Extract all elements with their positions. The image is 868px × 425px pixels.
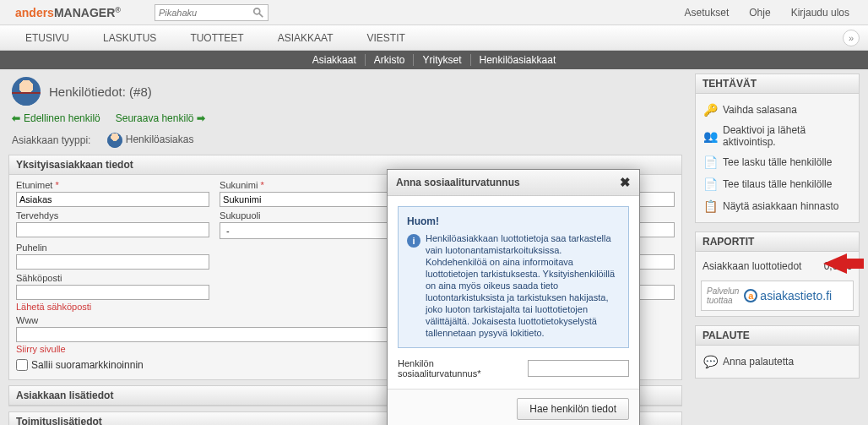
svg-point-0 xyxy=(254,8,260,14)
task-show-pricelist[interactable]: 📋Näytä asiakkaan hinnasto xyxy=(701,195,854,217)
settings-link[interactable]: Asetukset xyxy=(675,7,740,19)
search-input[interactable] xyxy=(159,8,252,18)
lastname-field: Sukunimi * xyxy=(220,180,413,207)
gender-select[interactable]: - xyxy=(220,222,413,239)
arrow-left-icon: ⬅ xyxy=(12,112,20,124)
gender-field: Sukupuoli - xyxy=(220,210,413,239)
modal-notice-title: Huom! xyxy=(407,215,620,227)
email-field: Sähköposti Lähetä sähköposti xyxy=(16,273,209,312)
tasks-panel: TEHTÄVÄT 🔑Vaihda salasana 👥Deaktivoi ja … xyxy=(695,74,860,223)
allow-marketing-checkbox[interactable] xyxy=(16,359,28,371)
provider-logo-icon: a xyxy=(744,289,757,302)
deactivate-icon: 👥 xyxy=(703,128,718,144)
subnav-person-customers[interactable]: Henkilöasiakkaat xyxy=(471,54,565,66)
reports-panel: RAPORTIT Asiakkaan luottotiedot 0,60 € P… xyxy=(695,232,860,317)
search-icon[interactable] xyxy=(252,7,264,19)
nav-home[interactable]: ETUSIVU xyxy=(8,25,86,50)
modal-close-icon[interactable]: ✖ xyxy=(620,175,631,190)
send-email-link[interactable]: Lähetä sähköposti xyxy=(16,302,209,312)
subnav-archive[interactable]: Arkisto xyxy=(366,54,415,66)
order-icon: 📄 xyxy=(703,177,718,192)
modal-notice-body: Henkilöasiakkaan luottotietoja saa tarka… xyxy=(426,232,620,339)
nav-overflow[interactable]: » xyxy=(843,30,860,46)
ssn-input[interactable] xyxy=(528,360,629,377)
www-field: Www Siirry sivulle xyxy=(16,315,413,354)
feedback-panel: PALAUTE 💬Anna palautetta xyxy=(695,325,860,379)
greeting-input[interactable] xyxy=(16,222,209,237)
logout-link[interactable]: Kirjaudu ulos xyxy=(781,7,860,19)
allow-marketing-label: Sallii suoramarkkinoinnin xyxy=(31,359,144,371)
key-icon: 🔑 xyxy=(703,102,718,117)
info-icon: i xyxy=(407,234,420,248)
firstname-field: Etunimet * xyxy=(16,180,209,207)
help-link[interactable]: Ohje xyxy=(739,7,780,19)
subnav-customers[interactable]: Asiakkaat xyxy=(304,54,366,66)
modal-notice: Huom! i Henkilöasiakkaan luottotietoja s… xyxy=(398,206,629,348)
task-create-invoice[interactable]: 📄Tee lasku tälle henkilölle xyxy=(701,151,854,173)
nav-customers[interactable]: ASIAKKAAT xyxy=(261,25,350,50)
reports-header: RAPORTIT xyxy=(696,232,859,252)
ssn-modal: Anna sosiaaliturvatunnus ✖ Huom! i Henki… xyxy=(387,169,640,425)
give-feedback-link[interactable]: 💬Anna palautetta xyxy=(701,351,854,373)
nav-messages[interactable]: VIESTIT xyxy=(350,25,422,50)
customer-type-label: Asiakkaan tyyppi: xyxy=(12,134,90,146)
main-nav: ETUSIVU LASKUTUS TUOTTEET ASIAKKAAT VIES… xyxy=(0,25,868,51)
task-change-password[interactable]: 🔑Vaihda salasana xyxy=(701,99,854,121)
provider-logo: a asiakastieto.fi xyxy=(744,289,832,302)
feedback-header: PALAUTE xyxy=(696,326,859,346)
pricelist-icon: 📋 xyxy=(703,199,718,214)
nav-products[interactable]: TUOTTEET xyxy=(173,25,260,50)
email-input[interactable] xyxy=(16,285,209,300)
invoice-icon: 📄 xyxy=(703,155,718,170)
task-deactivate[interactable]: 👥Deaktivoi ja lähetä aktivointisp. xyxy=(701,121,854,151)
brand-logo[interactable]: andersMANAGER® xyxy=(15,6,121,19)
svg-line-1 xyxy=(259,13,263,16)
subnav-companies[interactable]: Yritykset xyxy=(414,54,470,66)
arrow-right-icon: ➡ xyxy=(197,112,205,124)
task-create-order[interactable]: 📄Tee tilaus tälle henkilölle xyxy=(701,173,854,195)
provider-box: Palveluntuottaa a asiakastieto.fi xyxy=(701,281,854,311)
ssn-label: Henkilön sosiaaliturvatunnus* xyxy=(398,358,519,379)
phone-field: Puhelin xyxy=(16,242,209,270)
speech-icon: 💬 xyxy=(703,354,718,369)
modal-title: Anna sosiaaliturvatunnus xyxy=(396,177,520,188)
person-mini-icon xyxy=(107,133,122,148)
phone-input[interactable] xyxy=(16,254,209,270)
greeting-field: Tervehdys xyxy=(16,210,209,239)
nav-billing[interactable]: LASKUTUS xyxy=(86,25,173,50)
person-avatar-icon xyxy=(12,77,41,106)
www-input[interactable] xyxy=(16,327,413,342)
lastname-input[interactable] xyxy=(220,192,413,207)
global-search[interactable] xyxy=(155,4,269,21)
sub-nav: Asiakkaat Arkisto Yritykset Henkilöasiak… xyxy=(0,51,868,69)
firstname-input[interactable] xyxy=(16,192,209,207)
goto-site-link[interactable]: Siirry sivulle xyxy=(16,344,413,354)
prev-person-link[interactable]: ⬅Edellinen henkilö xyxy=(12,112,100,124)
annotation-arrow-icon xyxy=(823,253,847,274)
page-title: Henkilötiedot: (#8) xyxy=(49,84,152,99)
tasks-header: TEHTÄVÄT xyxy=(696,74,859,94)
fetch-person-button[interactable]: Hae henkilön tiedot xyxy=(517,398,629,420)
customer-type-value: Henkilöasiakas xyxy=(107,133,193,148)
next-person-link[interactable]: Seuraava henkilö➡ xyxy=(116,112,206,124)
